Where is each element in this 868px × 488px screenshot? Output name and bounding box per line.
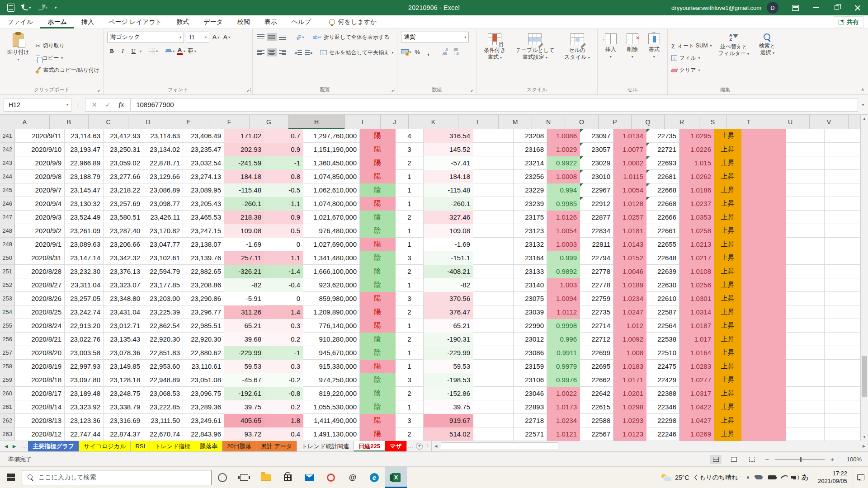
cell-j253[interactable]: 3 [396, 292, 424, 305]
column-header-f[interactable]: F [209, 115, 250, 129]
format-cells-button[interactable]: 書式▾ [645, 32, 664, 84]
sheet-tab-4[interactable]: トレンド指標 [150, 441, 195, 451]
cell-p254[interactable]: 1.0247 [613, 305, 646, 319]
cell-k250[interactable]: -151.1 [424, 251, 473, 265]
cell-f253[interactable]: -5.91 [224, 292, 264, 305]
cell-h252[interactable]: 923,620,000 [303, 278, 360, 292]
cell-f252[interactable]: -82 [224, 278, 264, 292]
cell-c260[interactable]: 23,248.75 [104, 387, 143, 400]
cell-f251[interactable]: -326.21 [224, 265, 264, 278]
cell-h247[interactable]: 1,021,670,000 [303, 211, 360, 224]
collapse-ribbon-button[interactable]: ∧ [861, 87, 864, 93]
cell-f248[interactable]: 109.08 [224, 224, 264, 238]
cell-r263[interactable]: 1.0269 [679, 427, 714, 441]
cell-u259[interactable] [786, 373, 825, 387]
cell-i244[interactable]: 陽 [360, 170, 396, 183]
cell-g263[interactable]: 0.4 [264, 427, 303, 441]
zoom-slider[interactable] [775, 459, 825, 460]
cell-c259[interactable]: 23,128.18 [104, 373, 143, 387]
cell-j245[interactable]: 1 [396, 183, 424, 197]
cell-k262[interactable]: 919.67 [424, 414, 473, 427]
cell-c249[interactable]: 23,206.66 [104, 238, 143, 251]
cell-h257[interactable]: 945,670,000 [303, 346, 360, 360]
row-header-260[interactable]: 260 [0, 387, 15, 400]
cell-v262[interactable] [825, 414, 863, 427]
cell-b241[interactable]: 23,114.63 [65, 129, 104, 143]
cell-f260[interactable]: -192.61 [224, 387, 264, 400]
cell-t246[interactable] [741, 197, 786, 211]
cell-m263[interactable]: 22571 [514, 427, 547, 441]
cell-p263[interactable]: 1.0123 [613, 427, 646, 441]
cell-n243[interactable]: 0.9922 [547, 156, 580, 170]
cell-n249[interactable]: 1.0003 [547, 238, 580, 251]
cell-m252[interactable]: 23140 [514, 278, 547, 292]
cell-n254[interactable]: 1.0112 [547, 305, 580, 319]
cell-k248[interactable]: 109.08 [424, 224, 473, 238]
page-break-view-button[interactable] [746, 455, 758, 464]
cell-l245[interactable] [473, 183, 514, 197]
cell-r254[interactable]: 1.0314 [679, 305, 714, 319]
cell-r259[interactable]: 1.0277 [679, 373, 714, 387]
cell-j260[interactable]: 2 [396, 387, 424, 400]
cell-m261[interactable]: 22893 [514, 400, 547, 414]
cell-l257[interactable] [473, 346, 514, 360]
cell-r246[interactable]: 1.0237 [679, 197, 714, 211]
sort-filter-button[interactable]: AZ 並べ替えとフィルター ▾ [715, 32, 753, 84]
cell-s253[interactable]: 上昇 [714, 292, 741, 305]
vertical-scroll-thumb[interactable] [862, 356, 867, 397]
cell-h251[interactable]: 1,666,100,000 [303, 265, 360, 278]
cell-n248[interactable]: 1.0054 [547, 224, 580, 238]
cell-c254[interactable]: 23,431.04 [104, 305, 143, 319]
formula-bar-input[interactable]: 1089677900 [131, 98, 858, 112]
cell-b251[interactable]: 23,232.30 [65, 265, 104, 278]
cell-a263[interactable]: 2020/8/12 [15, 427, 65, 441]
cell-n251[interactable]: 0.9892 [547, 265, 580, 278]
cell-p243[interactable]: 1.0002 [613, 156, 646, 170]
cell-a256[interactable]: 2020/8/21 [15, 333, 65, 346]
accounting-format-button[interactable]: ▾ [401, 47, 411, 57]
cell-v255[interactable] [825, 319, 863, 333]
cell-r243[interactable]: 1.015 [679, 156, 714, 170]
clock[interactable]: 17:22 2021/09/05 [812, 470, 853, 485]
cell-o248[interactable]: 22834 [580, 224, 613, 238]
cell-t241[interactable] [741, 129, 786, 143]
cell-a243[interactable]: 2020/9/9 [15, 156, 65, 170]
cell-d248[interactable]: 23,170.82 [143, 224, 183, 238]
cell-a248[interactable]: 2020/9/2 [15, 224, 65, 238]
cell-j254[interactable]: 2 [396, 305, 424, 319]
cell-i260[interactable]: 陰 [360, 387, 396, 400]
weather-widget[interactable]: 25°C くもりのち晴れ [657, 474, 742, 482]
insert-cells-button[interactable]: 挿入▾ [601, 32, 620, 84]
cell-e257[interactable]: 22,880.62 [183, 346, 224, 360]
cell-r256[interactable]: 1.017 [679, 333, 714, 346]
cell-i242[interactable]: 陽 [360, 143, 396, 156]
cell-b262[interactable]: 23,123.36 [65, 414, 104, 427]
cell-m254[interactable]: 23039 [514, 305, 547, 319]
cell-k255[interactable]: 65.21 [424, 319, 473, 333]
cell-e261[interactable]: 23,289.36 [183, 400, 224, 414]
cell-n260[interactable]: 1.0022 [547, 387, 580, 400]
format-as-table-button[interactable]: テーブルとして書式設定 ▾ [512, 32, 558, 84]
cell-k241[interactable]: 316.54 [424, 129, 473, 143]
cell-f263[interactable]: 93.72 [224, 427, 264, 441]
cell-c243[interactable]: 23,059.02 [104, 156, 143, 170]
column-header-h[interactable]: H [288, 115, 345, 129]
row-header-252[interactable]: 252 [0, 278, 15, 292]
cell-a258[interactable]: 2020/8/19 [15, 360, 65, 373]
cell-o253[interactable]: 22759 [580, 292, 613, 305]
cell-l255[interactable] [473, 319, 514, 333]
cell-b243[interactable]: 22,966.89 [65, 156, 104, 170]
excel-taskbar-button[interactable]: X [385, 467, 407, 488]
cell-u250[interactable] [786, 251, 825, 265]
cell-j250[interactable]: 3 [396, 251, 424, 265]
bold-button[interactable]: B [107, 46, 116, 56]
cell-g251[interactable]: -1.4 [264, 265, 303, 278]
align-right-button[interactable] [278, 47, 287, 57]
cell-e256[interactable]: 22,920.30 [183, 333, 224, 346]
taskbar-search-input[interactable]: ここに入力して検索 [22, 470, 212, 485]
cell-e247[interactable]: 23,465.53 [183, 211, 224, 224]
cell-u245[interactable] [786, 183, 825, 197]
cell-j248[interactable]: 1 [396, 224, 424, 238]
scroll-left-arrow[interactable]: ◀ [432, 444, 440, 448]
tab-page-layout[interactable]: ページ レイアウト [101, 15, 169, 28]
